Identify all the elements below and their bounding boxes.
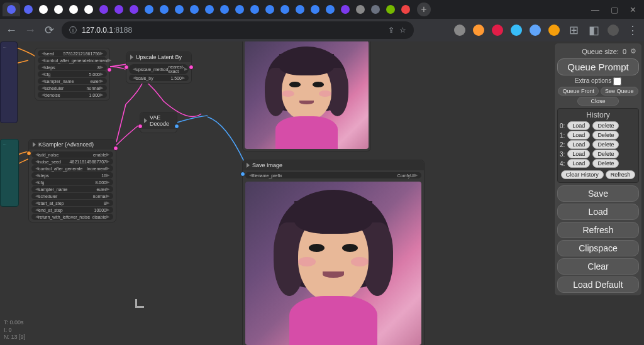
close-button[interactable]: Close xyxy=(577,97,618,106)
param-row[interactable]: ◀filename_prefixComfyUI▶ xyxy=(245,172,421,178)
site-info-icon[interactable]: ⓘ xyxy=(69,25,77,36)
save-button[interactable]: Save xyxy=(557,185,639,202)
text-node[interactable]: ... xyxy=(0,41,18,123)
minimize-button[interactable]: ― xyxy=(591,5,599,14)
close-window-button[interactable]: ✕ xyxy=(630,5,636,14)
extra-options-checkbox[interactable] xyxy=(613,77,621,85)
param-row[interactable]: ◀denoise1.000▶ xyxy=(38,92,107,98)
node-ksampler-advanced[interactable]: KSampler (Advanced) ◀add_noiseenable▶◀no… xyxy=(28,139,116,222)
browser-tab[interactable] xyxy=(323,3,337,16)
browser-tab[interactable] xyxy=(247,3,262,16)
clear-history-button[interactable]: Clear History xyxy=(561,170,604,179)
extension-icon[interactable] xyxy=(492,25,503,36)
param-row[interactable]: ◀end_at_step10000▶ xyxy=(31,207,113,213)
collapse-icon[interactable] xyxy=(130,55,133,60)
browser-tab[interactable] xyxy=(368,3,382,16)
browser-tab[interactable] xyxy=(157,3,171,16)
see-queue-button[interactable]: See Queue xyxy=(601,87,638,96)
browser-tab[interactable] xyxy=(172,3,186,16)
node-save-image[interactable]: Save Image ◀filename_prefixComfyUI▶ xyxy=(242,160,425,345)
param-row[interactable]: ◀steps8▶ xyxy=(38,64,107,70)
history-delete-button[interactable]: Delete xyxy=(592,131,619,140)
node-upscale-latent[interactable]: Upscale Latent By ◀upscale_methodnearest… xyxy=(126,52,192,84)
param-row[interactable]: ◀schedulernormal▶ xyxy=(31,193,113,199)
extension-icon[interactable] xyxy=(454,25,465,36)
node-preview-image[interactable] xyxy=(242,41,371,151)
browser-tab[interactable] xyxy=(277,3,292,16)
maximize-button[interactable]: ▢ xyxy=(611,5,618,14)
address-bar[interactable]: ⓘ 127.0.0.1:8188 ⇪ ☆ xyxy=(62,21,414,39)
collapse-icon[interactable] xyxy=(247,163,250,168)
queue-front-button[interactable]: Queue Front xyxy=(558,87,599,96)
refresh-history-button[interactable]: Refresh xyxy=(606,170,636,179)
browser-tab[interactable] xyxy=(202,3,216,16)
load-button[interactable]: Load xyxy=(557,204,639,220)
param-row[interactable]: ◀start_at_step8▶ xyxy=(31,200,113,206)
menu-icon[interactable]: ⋮ xyxy=(626,23,639,37)
param-row[interactable]: ◀upscale_methodnearest-exact▶ xyxy=(129,64,189,74)
gear-icon[interactable]: ⚙ xyxy=(630,47,636,55)
collapse-icon[interactable] xyxy=(33,142,36,147)
browser-tab[interactable] xyxy=(262,3,277,16)
new-tab-button[interactable]: + xyxy=(417,3,431,16)
clear-button[interactable]: Clear xyxy=(557,258,639,275)
history-load-button[interactable]: Load xyxy=(567,121,590,130)
queue-prompt-button[interactable]: Queue Prompt xyxy=(557,58,639,75)
load-default-button[interactable]: Load Default xyxy=(557,277,639,293)
browser-tab[interactable] xyxy=(81,3,96,16)
browser-tab[interactable] xyxy=(66,3,80,16)
param-row[interactable]: ◀cfg8.000▶ xyxy=(31,179,113,185)
param-row[interactable]: ◀noise_seed482118145887707▶ xyxy=(31,158,113,165)
extension-icon[interactable] xyxy=(530,25,541,36)
browser-tab[interactable] xyxy=(187,3,201,16)
profile-icon[interactable] xyxy=(608,25,619,36)
param-row[interactable]: ◀scale_by1.500▶ xyxy=(129,75,189,81)
browser-tab[interactable] xyxy=(217,3,231,16)
browser-tab[interactable] xyxy=(338,3,352,16)
history-delete-button[interactable]: Delete xyxy=(592,140,619,149)
param-row[interactable]: ◀sampler_nameeuler▶ xyxy=(38,78,107,84)
param-row[interactable]: ◀sampler_nameeuler▶ xyxy=(31,186,113,192)
param-row[interactable]: ◀control_after_generateincrement▶ xyxy=(31,165,113,172)
history-delete-button[interactable]: Delete xyxy=(592,159,619,168)
extension-icon[interactable] xyxy=(511,25,522,36)
browser-tab[interactable] xyxy=(111,3,126,16)
browser-tab[interactable] xyxy=(232,3,247,16)
browser-tab[interactable] xyxy=(398,3,413,16)
extension-icon[interactable] xyxy=(473,25,484,36)
param-row[interactable]: ◀schedulernormal▶ xyxy=(38,85,107,91)
browser-tab[interactable] xyxy=(292,3,307,16)
history-load-button[interactable]: Load xyxy=(567,159,590,168)
back-button[interactable]: ← xyxy=(5,24,18,37)
browser-tab[interactable] xyxy=(21,3,35,16)
extension-icon[interactable] xyxy=(548,25,560,36)
browser-tab[interactable] xyxy=(383,3,397,16)
node-ksampler[interactable]: ◀seed578122121861756▶◀control_after_gene… xyxy=(35,48,110,101)
history-delete-button[interactable]: Delete xyxy=(592,121,619,130)
forward-button[interactable]: → xyxy=(24,24,36,37)
history-load-button[interactable]: Load xyxy=(567,131,590,140)
browser-tab[interactable] xyxy=(36,3,50,16)
refresh-button[interactable]: Refresh xyxy=(557,222,639,238)
node-graph-canvas[interactable]: ... ... ◀seed578122121861756▶◀control_af… xyxy=(0,41,553,345)
browser-tab-active[interactable] xyxy=(3,3,20,16)
browser-tab[interactable] xyxy=(308,3,322,16)
param-row[interactable]: ◀control_after_generateincrement▶ xyxy=(38,57,107,63)
extensions-icon[interactable]: ⊞ xyxy=(567,23,580,37)
param-row[interactable]: ◀steps16▶ xyxy=(31,172,113,178)
param-row[interactable]: ◀cfg5.000▶ xyxy=(38,71,107,77)
node-vae-decode[interactable]: VAE Decode xyxy=(140,112,177,133)
reload-button[interactable]: ⟳ xyxy=(43,23,55,37)
text-node[interactable]: ... xyxy=(0,139,19,207)
browser-tab[interactable] xyxy=(126,3,141,16)
clipspace-button[interactable]: Clipspace xyxy=(557,240,639,256)
sidepanel-icon[interactable]: ◧ xyxy=(587,23,600,37)
browser-tab[interactable] xyxy=(353,3,367,16)
param-row[interactable]: ◀add_noiseenable▶ xyxy=(31,151,113,158)
browser-tab[interactable] xyxy=(51,3,65,16)
history-delete-button[interactable]: Delete xyxy=(592,150,619,158)
star-icon[interactable]: ☆ xyxy=(399,26,406,35)
param-row[interactable]: ◀seed578122121861756▶ xyxy=(38,50,107,57)
param-row[interactable]: ◀return_with_leftover_noisedisable▶ xyxy=(31,214,113,220)
share-icon[interactable]: ⇪ xyxy=(388,26,394,35)
